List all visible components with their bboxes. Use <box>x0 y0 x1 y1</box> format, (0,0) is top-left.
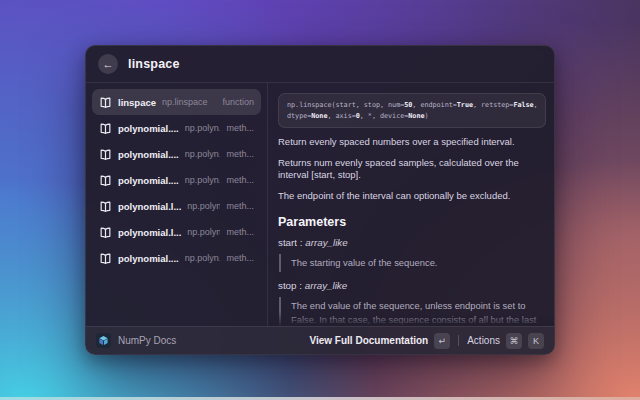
signature-line: np.linspace(start, stop, num=50, endpoin… <box>287 100 537 111</box>
back-button[interactable]: ← <box>98 54 118 74</box>
result-list-item[interactable]: linspacenp.linspacefunction <box>92 89 261 115</box>
parameter-term: stop : array_like <box>278 280 546 291</box>
doc-paragraph: The endpoint of the interval can optiona… <box>278 190 546 203</box>
result-kind: meth... <box>226 227 254 237</box>
result-list-item[interactable]: polynomial.l...np.polyn...meth... <box>92 193 261 219</box>
parameter-entry: start : array_likeThe starting value of … <box>278 237 546 272</box>
book-icon <box>99 148 112 161</box>
signature-line: dtype=None, axis=0, *, device=None) <box>287 111 537 122</box>
results-list: linspacenp.linspacefunctionpolynomial...… <box>86 83 268 326</box>
result-kind: function <box>222 97 254 107</box>
result-name: polynomial.... <box>118 253 179 264</box>
parameter-description: The starting value of the sequence. <box>279 254 546 272</box>
parameter-description: The end value of the sequence, unless en… <box>279 297 546 326</box>
result-kind: meth... <box>226 253 254 263</box>
numpy-logo-icon <box>96 333 111 348</box>
parameters-heading: Parameters <box>278 215 546 229</box>
result-namespace: np.polyn... <box>187 201 220 211</box>
result-list-item[interactable]: polynomial....np.polyn...meth... <box>92 167 261 193</box>
result-namespace: np.polyn... <box>185 123 221 133</box>
actions-button[interactable]: Actions <box>467 335 500 346</box>
result-list-item[interactable]: polynomial....np.polyn...meth... <box>92 115 261 141</box>
doc-paragraph: Returns num evenly spaced samples, calcu… <box>278 157 546 182</box>
result-namespace: np.linspace <box>162 97 208 107</box>
parameter-term: start : array_like <box>278 237 546 248</box>
result-name: polynomial.l... <box>118 227 181 238</box>
result-name: polynomial.... <box>118 123 179 134</box>
book-icon <box>99 226 112 239</box>
book-icon <box>99 174 112 187</box>
book-icon <box>99 122 112 135</box>
result-kind: meth... <box>226 123 254 133</box>
footer-actions: View Full Documentation ↵ Actions ⌘ K <box>309 333 544 349</box>
result-kind: meth... <box>226 149 254 159</box>
result-name: linspace <box>118 97 156 108</box>
result-list-item[interactable]: polynomial.l...np.polyn...meth... <box>92 219 261 245</box>
result-name: polynomial.l... <box>118 201 181 212</box>
book-icon <box>99 252 112 265</box>
doc-paragraph: Return evenly spaced numbers over a spec… <box>278 136 546 149</box>
result-kind: meth... <box>226 175 254 185</box>
k-key-icon: K <box>528 333 544 349</box>
book-icon <box>99 200 112 213</box>
parameter-entry: stop : array_likeThe end value of the se… <box>278 280 546 326</box>
result-list-item[interactable]: polynomial....np.polyn...meth... <box>92 141 261 167</box>
result-name: polynomial.... <box>118 149 179 160</box>
book-icon <box>99 96 112 109</box>
result-namespace: np.polyn... <box>185 149 221 159</box>
desktop-wallpaper: ← linspace linspacenp.linspacefunctionpo… <box>0 0 640 400</box>
search-input[interactable]: linspace <box>128 57 180 71</box>
result-namespace: np.polyn... <box>187 227 220 237</box>
main-content: linspacenp.linspacefunctionpolynomial...… <box>86 83 554 326</box>
result-name: polynomial.... <box>118 175 179 186</box>
search-header: ← linspace <box>86 46 554 83</box>
result-namespace: np.polyn... <box>185 175 221 185</box>
parameters-section: start : array_likeThe starting value of … <box>278 237 546 326</box>
result-list-item[interactable]: polynomial....np.polyn...meth... <box>92 245 261 271</box>
view-full-documentation-button[interactable]: View Full Documentation <box>309 335 428 346</box>
documentation-pane[interactable]: np.linspace(start, stop, num=50, endpoin… <box>268 83 554 326</box>
source-label: NumPy Docs <box>118 335 176 346</box>
command-key-icon: ⌘ <box>506 333 522 349</box>
signature-code-block: np.linspace(start, stop, num=50, endpoin… <box>278 93 546 128</box>
footer-bar: NumPy Docs View Full Documentation ↵ Act… <box>86 326 554 354</box>
back-arrow-icon: ← <box>103 59 114 70</box>
footer-divider <box>458 335 459 346</box>
docs-launcher-window: ← linspace linspacenp.linspacefunctionpo… <box>85 45 555 355</box>
return-key-icon: ↵ <box>434 333 450 349</box>
result-kind: meth... <box>226 201 254 211</box>
result-namespace: np.polyn... <box>185 253 221 263</box>
